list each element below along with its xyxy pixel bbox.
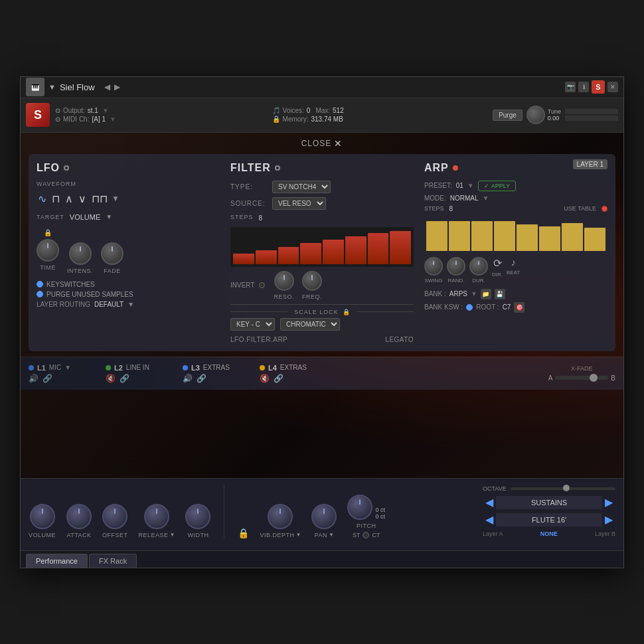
xfade-track[interactable] (555, 376, 608, 380)
lfo-title: LFO (37, 162, 220, 174)
octave-handle[interactable] (563, 485, 570, 491)
close-btn[interactable]: ✕ (607, 82, 618, 92)
wave-square-btn[interactable]: ⊓ (50, 191, 61, 206)
arp-power-dot[interactable] (453, 165, 458, 171)
st-checkbox[interactable] (362, 532, 369, 538)
mode-dropdown[interactable]: ▼ (483, 195, 489, 202)
scale-lock-icon[interactable]: 🔒 (343, 309, 350, 315)
volume-knob[interactable] (30, 504, 55, 529)
vibdepth-knob[interactable] (268, 504, 293, 529)
time-knob[interactable] (37, 239, 59, 262)
preset-dropdown[interactable]: ▼ (467, 182, 474, 189)
sustains-prev-btn[interactable]: ◀ (483, 496, 496, 509)
dir-icon: ⟳ (493, 257, 502, 270)
tab-fx-rack[interactable]: FX Rack (89, 554, 137, 568)
waveform-label: WAVEFORM (37, 181, 220, 187)
filter-source-select[interactable]: VEL RESO LFO (272, 197, 326, 210)
wave-sine-btn[interactable]: ∿ (37, 191, 48, 206)
tab-performance[interactable]: Performance (26, 554, 88, 568)
vibdepth-dropdown[interactable]: ▼ (295, 532, 301, 538)
wave-random-btn[interactable]: ⊓⊓ (90, 191, 109, 206)
apply-button[interactable]: ✓ APPLY (478, 181, 516, 191)
window-title: Siel Flow (60, 82, 95, 92)
routing-dropdown[interactable]: ▼ (127, 301, 134, 308)
info-btn[interactable]: ℹ (578, 82, 589, 92)
pan-dropdown[interactable]: ▼ (329, 532, 334, 538)
release-dropdown[interactable]: ▼ (170, 532, 175, 538)
divider (224, 485, 224, 538)
root-icon[interactable]: 🎯 (514, 302, 524, 313)
freq-knob[interactable] (302, 271, 322, 291)
vibdepth-knob-group: VIB.DEPTH ▼ (260, 504, 301, 538)
pan-knob[interactable] (311, 504, 337, 529)
nav-next[interactable]: ▶ (114, 82, 120, 92)
keyswitches-row: KEYSWITCHES (37, 281, 220, 288)
arp-preset-row: PRESET: 01 ▼ ✓ APPLY (424, 181, 607, 191)
pitch-values: 0 ct 0 ct (375, 507, 385, 520)
nav-prev[interactable]: ◀ (104, 82, 110, 92)
invert-dot[interactable] (259, 282, 265, 288)
bank-ksw-row: BANK KSW : ROOT : C7 🎯 (424, 302, 607, 313)
meter-bar-1 (565, 109, 618, 114)
intens-knob-group: INTENS. (67, 229, 93, 274)
octave-slider[interactable] (511, 487, 615, 490)
tune-knob[interactable] (526, 106, 545, 124)
intens-knob[interactable] (69, 242, 92, 265)
attack-knob[interactable] (66, 504, 92, 529)
purge-samples-checkbox[interactable] (37, 291, 43, 297)
key-select[interactable]: KEY - C (230, 318, 275, 331)
target-row: TARGET VOLUME ▼ (37, 213, 220, 221)
volume-knob-group: VOLUME (29, 504, 56, 538)
dur-knob[interactable] (469, 257, 488, 276)
midi-field: ⊙ MIDI Ch: [A] 1 ▼ (55, 116, 271, 123)
offset-knob[interactable] (102, 504, 127, 529)
bank-dropdown[interactable]: ▼ (471, 290, 477, 297)
flute-next-btn[interactable]: ▶ (602, 513, 615, 526)
dir-button[interactable]: ⟳ DIR. (492, 257, 503, 283)
beat-button[interactable]: ♪ BEAT (507, 257, 520, 283)
bank-save-icon[interactable]: 💾 (495, 289, 505, 299)
bank-folder-icon[interactable]: 📁 (481, 289, 491, 299)
wave-saw-btn[interactable]: ∨ (77, 191, 88, 206)
flute-prev-btn[interactable]: ◀ (483, 513, 496, 526)
fade-knob[interactable] (101, 242, 123, 265)
pitch-knob[interactable] (347, 495, 372, 520)
layer-routing-row: LAYER ROUTING DEFAULT ▼ (37, 301, 220, 308)
wave-triangle-btn[interactable]: ∧ (64, 191, 74, 206)
fade-knob-group: FADE (101, 229, 123, 274)
chromatic-select[interactable]: CHROMATIC (280, 318, 340, 331)
use-table-dot[interactable] (602, 206, 607, 212)
reso-knob[interactable] (274, 271, 294, 291)
lfo-section: LFO WAVEFORM ∿ ⊓ ∧ ∨ ⊓⊓ ▼ TARGET VOLU (37, 162, 220, 343)
release-knob[interactable] (144, 504, 169, 529)
output-field: ⊙ Output: st.1 ▼ (55, 107, 271, 114)
swing-knob-group: SWING (424, 257, 443, 283)
sustains-next-btn[interactable]: ▶ (602, 496, 615, 509)
camera-btn[interactable]: 📷 (565, 82, 576, 92)
sustains-preset: SUSTAINS (496, 496, 602, 509)
swing-knob[interactable] (424, 257, 443, 276)
dropdown-arrow-title[interactable]: ▼ (48, 83, 56, 91)
rand-knob-group: RAND. (447, 257, 465, 283)
main-panel: LAYER 1 LFO WAVEFORM ∿ ⊓ ∧ ∨ ⊓⊓ ▼ (29, 154, 615, 351)
bank-ksw-checkbox[interactable] (466, 304, 473, 311)
filter-steps-row: STEPS 8 (230, 214, 414, 223)
scale-lock-row: SCALE LOCK 🔒 (230, 304, 414, 315)
filter-type-select[interactable]: SV NOTCH4 LP HP (272, 181, 331, 193)
right-controls: OCTAVE ◀ SUSTAINS ▶ ◀ FLUTE 16' ▶ Layer … (483, 485, 615, 537)
wave-dropdown[interactable]: ▼ (112, 194, 120, 203)
purge-button[interactable]: Purge (493, 110, 523, 121)
lfo-power-dot[interactable] (64, 165, 69, 171)
rand-knob[interactable] (447, 257, 465, 276)
s-logo-btn[interactable]: S (592, 80, 605, 94)
title-bar: 🎹 ▼ Siel Flow ◀ ▶ 📷 ℹ S ✕ (21, 77, 623, 98)
keyswitches-checkbox[interactable] (37, 281, 43, 287)
flute-row: ◀ FLUTE 16' ▶ (483, 513, 615, 526)
key-chromatic-row: KEY - C CHROMATIC (230, 318, 414, 331)
width-knob[interactable] (185, 504, 210, 529)
filter-power-dot[interactable] (275, 165, 280, 171)
layer-labels: Layer A NONE Layer B (483, 530, 615, 537)
lock-icon: 🔒 (44, 229, 52, 236)
target-dropdown[interactable]: ▼ (106, 213, 112, 220)
arp-knobs-row: SWING RAND. DUR. ⟳ DIR. (424, 257, 607, 283)
